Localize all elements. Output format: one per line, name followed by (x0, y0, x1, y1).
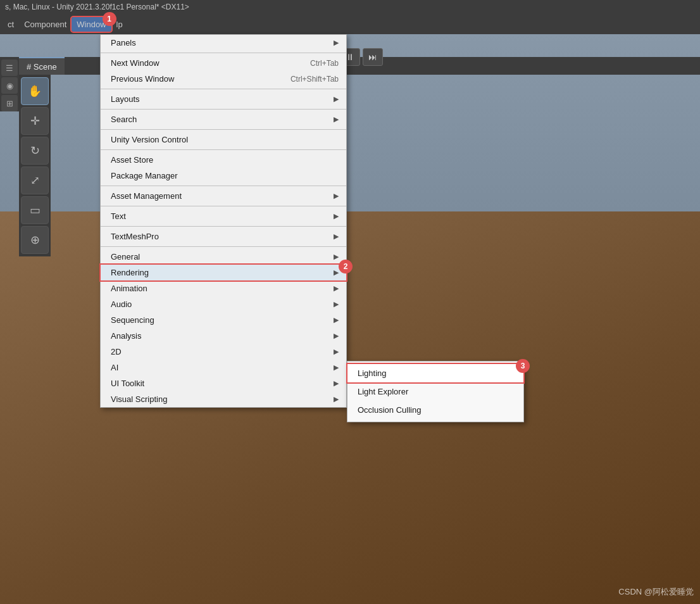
toolbar-icon-1[interactable]: ☰ (1, 60, 18, 76)
sep-2 (101, 89, 346, 89)
scene-tab[interactable]: # Scene (19, 57, 65, 75)
sep-6 (101, 186, 346, 186)
sep-1 (101, 53, 346, 53)
menu-ct[interactable]: ct (3, 17, 19, 32)
ui-toolkit-arrow: ▶ (334, 379, 339, 387)
menu-package-manager[interactable]: Package Manager (101, 168, 346, 184)
sequencing-arrow: ▶ (334, 316, 339, 324)
menu-textmeshpro[interactable]: TextMeshPro ▶ (101, 229, 346, 244)
submenu-lighting[interactable]: Lighting 3 (347, 364, 523, 382)
sep-7 (101, 206, 346, 206)
menu-layouts[interactable]: Layouts ▶ (101, 91, 346, 107)
step-button[interactable]: ⏭ (363, 48, 383, 66)
sep-3 (101, 109, 346, 110)
watermark: CSDN @阿松爱睡觉 (618, 586, 694, 598)
menu-prev-window[interactable]: Previous Window Ctrl+Shift+Tab (101, 71, 346, 87)
menu-sequencing[interactable]: Sequencing ▶ (101, 312, 346, 328)
rendering-submenu[interactable]: Lighting 3 Light Explorer Occlusion Cull… (347, 361, 524, 422)
menu-asset-store[interactable]: Asset Store (101, 152, 346, 168)
menu-component[interactable]: Component (19, 17, 72, 32)
scale-tool[interactable]: ⤢ (21, 167, 49, 194)
move-tool[interactable]: ✛ (21, 107, 49, 135)
menu-rendering[interactable]: Rendering ▶ 2 (101, 265, 346, 280)
menu-general[interactable]: General ▶ (101, 249, 346, 265)
menu-panels[interactable]: Panels ▶ (101, 35, 346, 51)
toolbar-icon-2[interactable]: ◉ (1, 77, 18, 94)
text-arrow: ▶ (334, 212, 339, 220)
audio-arrow: ▶ (334, 300, 339, 308)
menu-visual-scripting[interactable]: Visual Scripting ▶ (101, 391, 346, 407)
toolbar-icon-3[interactable]: ⊞ (1, 95, 18, 111)
search-arrow: ▶ (334, 115, 339, 123)
sep-9 (101, 246, 346, 247)
tmp-arrow: ▶ (334, 232, 339, 241)
menu-2d[interactable]: 2D ▶ (101, 344, 346, 360)
menu-search[interactable]: Search ▶ (101, 111, 346, 127)
window-dropdown-menu[interactable]: Panels ▶ Next Window Ctrl+Tab Previous W… (100, 34, 347, 408)
analysis-arrow: ▶ (334, 332, 339, 340)
general-arrow: ▶ (334, 253, 339, 261)
panels-arrow: ▶ (334, 39, 339, 47)
2d-arrow: ▶ (334, 348, 339, 356)
menu-asset-management[interactable]: Asset Management ▶ (101, 188, 346, 204)
sep-8 (101, 226, 346, 227)
topbar-title: s, Mac, Linux - Unity 2021.3.20f1c1 Pers… (0, 3, 189, 11)
menu-animation[interactable]: Animation ▶ (101, 280, 346, 296)
menu-text[interactable]: Text ▶ (101, 208, 346, 224)
menu-audio[interactable]: Audio ▶ (101, 296, 346, 312)
transform-tool[interactable]: ⊕ (21, 226, 49, 254)
window-menu-wrapper: Window 1 (72, 17, 111, 32)
menu-bar: ct Component Window 1 lp ▶ ⏸ ⏭ (0, 14, 700, 34)
unity-topbar: s, Mac, Linux - Unity 2021.3.20f1c1 Pers… (0, 0, 700, 14)
rotate-tool[interactable]: ↻ (21, 137, 49, 165)
left-toolbar: ☰ ◉ ⊞ (0, 57, 19, 111)
scene-tools-panel: ✋ ✛ ↻ ⤢ ▭ ⊕ (19, 75, 51, 256)
menu-version-control[interactable]: Unity Version Control (101, 132, 346, 148)
hand-tool[interactable]: ✋ (21, 77, 49, 105)
menu-window[interactable]: Window 1 (72, 17, 111, 32)
layouts-arrow: ▶ (334, 95, 339, 103)
submenu-light-explorer[interactable]: Light Explorer (347, 382, 523, 401)
menu-analysis[interactable]: Analysis ▶ (101, 328, 346, 344)
animation-arrow: ▶ (334, 284, 339, 293)
sep-4 (101, 129, 346, 130)
asset-mgmt-arrow: ▶ (334, 192, 339, 200)
menu-ui-toolkit[interactable]: UI Toolkit ▶ (101, 375, 346, 391)
sep-5 (101, 149, 346, 150)
rect-tool[interactable]: ▭ (21, 196, 49, 224)
menu-help[interactable]: lp (111, 17, 128, 32)
menu-ai[interactable]: AI ▶ (101, 360, 346, 375)
visual-scripting-arrow: ▶ (334, 395, 339, 403)
rendering-arrow: ▶ (334, 268, 339, 277)
menu-next-window[interactable]: Next Window Ctrl+Tab (101, 55, 346, 71)
ai-arrow: ▶ (334, 363, 339, 372)
submenu-occlusion-culling[interactable]: Occlusion Culling (347, 401, 523, 419)
